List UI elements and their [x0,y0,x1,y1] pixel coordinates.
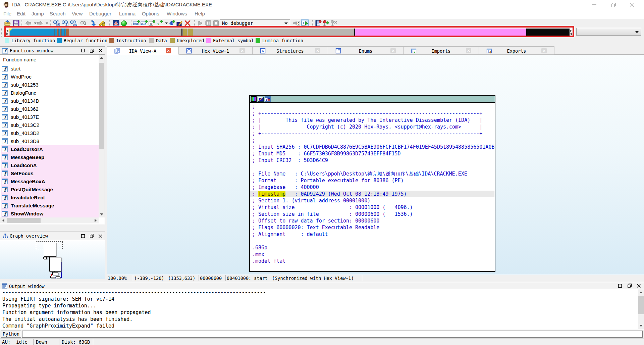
menu-view[interactable]: View [72,11,83,16]
disasm-line[interactable]: ; Timestamp : 0AD92429 (Wed Oct 08 12:18… [250,191,495,197]
disasm-line[interactable] [250,164,495,170]
disasm-line[interactable]: ; Section size in file : 00000600 ( 1536… [250,211,495,217]
graph-restore-button[interactable] [90,234,94,238]
function-icon: f [2,211,8,216]
function-row-sub_4013D2[interactable]: f sub_4013D2 [1,129,99,137]
graph-overview-canvas[interactable] [0,240,105,279]
disasm-line[interactable]: .model flat [250,258,495,264]
function-row-sub_401253[interactable]: f sub_401253 [1,81,99,89]
graph-overview-titlebar[interactable]: Graph overview [0,232,105,240]
disasm-line[interactable] [250,238,495,244]
tab-close-button[interactable]: ✕ [315,48,320,53]
functions-hscrollbar[interactable] [0,217,99,224]
disasm-line[interactable]: .686p [250,244,495,251]
tab-close-button[interactable]: ✕ [239,48,245,53]
function-row-TranslateMessage[interactable]: f TranslateMessage [1,202,99,210]
function-row-sub_4013C2[interactable]: f sub_4013C2 [1,121,99,129]
function-row-sub_401362[interactable]: f sub_401362 [1,105,99,113]
close-button[interactable] [624,0,640,9]
disasm-line[interactable]: ; +-------------------------------------… [250,110,495,117]
maximize-button[interactable] [605,0,621,9]
function-name: MessageBeep [11,154,44,160]
function-row-ShowWindow[interactable]: f ShowWindow [1,210,99,217]
function-row-MessageBeep[interactable]: f MessageBeep [1,153,99,161]
menu-file[interactable]: File [3,11,11,16]
disasm-line[interactable]: ; +-------------------------------------… [250,130,495,137]
disasm-line[interactable]: ; Flags 60000020: Text Executable Readab… [250,224,495,231]
output-window-titlebar[interactable]: Output window [0,282,644,289]
function-row-PostQuitMessage[interactable]: f PostQuitMessage [1,186,99,194]
function-row-sub_4013D8[interactable]: f sub_4013D8 [1,137,99,145]
function-row-LoadCursorA[interactable]: f LoadCursorA [1,145,99,153]
navband-legend: Library functionRegular functionInstruct… [0,38,644,44]
function-row-start[interactable]: f start [1,65,99,73]
disasm-line[interactable]: ; Input SHA256 : 0C7CDFDB6D4C8876E9C5BAE… [250,144,495,150]
disassembly-window-titlebar[interactable] [250,96,495,103]
disasm-line[interactable]: ; Offset to raw data for section: 000006… [250,217,495,224]
navband-drag-handle[interactable] [1,28,2,37]
tab-close-button[interactable]: ✕ [466,48,471,53]
functions-window-titlebar[interactable]: f Functions window [0,46,105,55]
functions-close-button[interactable] [98,48,103,53]
disasm-line[interactable]: .mmx [250,251,495,258]
menu-debugger[interactable]: Debugger [89,11,111,16]
tab-close-button[interactable]: ✕ [541,48,547,53]
tab-close-button[interactable]: ✕ [390,48,396,53]
disassembly-listing[interactable]: ;; +------------------------------------… [250,103,495,270]
disasm-line[interactable]: ; [250,137,495,144]
output-vscrollbar[interactable] [638,289,644,329]
output-window-log[interactable]: ----------------------------------------… [0,289,644,330]
python-prompt-button[interactable]: Python [1,331,21,338]
toolbar-separator [194,20,195,27]
output-restore-button[interactable] [627,284,632,288]
menu-jump[interactable]: Jump [32,11,44,16]
output-close-button[interactable] [637,284,641,288]
chevron-down-icon [284,22,288,24]
python-console-input[interactable] [22,331,643,338]
tab-structures[interactable]: A Structures ✕ [253,46,328,55]
graph-maximize-button[interactable] [81,234,85,238]
functions-column-header[interactable]: Function name [0,55,105,65]
disasm-line[interactable]: ; Imagebase : 400000 [250,184,495,191]
tab-close-button[interactable]: ✕ [166,48,171,53]
tab-exports[interactable]: Exports ✕ [479,46,554,55]
menu-edit[interactable]: Edit [17,11,25,16]
disasm-line[interactable]: ; Section 1. (virtual address 00001000) [250,197,495,204]
disasm-line[interactable]: ; [250,103,495,110]
function-row-SetFocus[interactable]: f SetFocus [1,169,99,178]
functions-restore-button[interactable] [90,48,94,53]
minimize-button[interactable] [587,0,602,9]
output-maximize-button[interactable] [618,284,622,288]
tab-ida-view-a[interactable]: IDA View-A ✕ [107,46,179,55]
tab-imports[interactable]: Imports ✕ [404,46,479,55]
function-row-InvalidateRect[interactable]: f InvalidateRect [1,194,99,202]
tab-enums[interactable]: Enums ✕ [328,46,404,55]
menu-help[interactable]: Help [195,11,205,16]
menu-lumina[interactable]: Lumina [119,11,136,16]
menu-options[interactable]: Options [142,11,159,16]
function-row-MessageBoxA[interactable]: f MessageBoxA [1,178,99,186]
disasm-line[interactable]: ; Virtual size : 00001000 ( 4096.) [250,204,495,211]
disasm-line[interactable]: ; Format : Portable executable for 80386… [250,177,495,184]
edit-colors-icon[interactable] [258,96,264,102]
disasm-line[interactable]: ; File Name : C:\Users\ppoh\Desktop\待完城\… [250,170,495,177]
colors-palette-icon[interactable] [251,96,257,102]
graph-close-button[interactable] [98,234,103,238]
function-row-WndProc[interactable]: f WndProc [1,73,99,81]
disasm-line[interactable]: ; Input CRC32 : 503D64C9 [250,157,495,164]
tab-hex-view-1[interactable]: Hex View-1 ✕ [179,46,253,55]
disasm-line[interactable]: ; Input MD5 : 66F573036F8B99863D75743EFF… [250,150,495,157]
function-row-sub_40134D[interactable]: f sub_40134D [1,97,99,105]
disasm-line[interactable]: ; | This file was generated by The Inter… [250,117,495,124]
disasm-line[interactable]: ; Alignment : default [250,231,495,238]
disasm-line[interactable]: ; | Copyright (c) 2020 Hex-Rays, <suppor… [250,124,495,130]
function-row-DialogFunc[interactable]: f DialogFunc [1,89,99,97]
function-row-sub_40137E[interactable]: f sub_40137E [1,113,99,121]
navband-zoom-combo[interactable] [576,28,641,36]
menu-windows[interactable]: Windows [167,11,187,16]
functions-maximize-button[interactable] [81,48,85,53]
menu-search[interactable]: Search [50,11,66,16]
navband-settings-icon[interactable] [265,96,271,102]
functions-vscrollbar[interactable] [99,55,105,217]
function-row-LoadIconA[interactable]: f LoadIconA [1,161,99,169]
